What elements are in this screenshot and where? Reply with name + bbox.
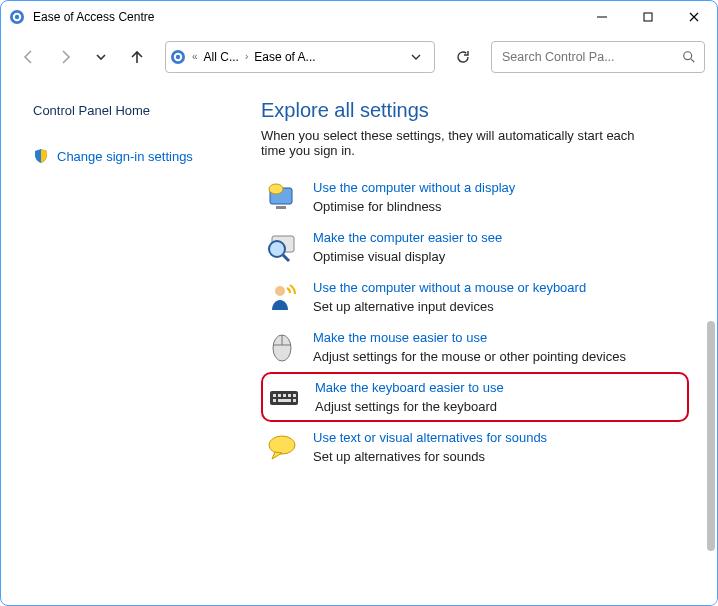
sidebar-link-signin[interactable]: Change sign-in settings	[33, 144, 247, 168]
svg-rect-23	[293, 399, 296, 402]
sidebar-item-label: Change sign-in settings	[57, 149, 193, 164]
svg-point-12	[269, 241, 285, 257]
option-link[interactable]: Use the computer without a display	[313, 180, 685, 195]
svg-rect-9	[276, 206, 286, 209]
option-desc: Set up alternatives for sounds	[313, 449, 685, 464]
search-input[interactable]	[500, 49, 674, 65]
option-sound-alternatives: Use text or visual alternatives for soun…	[261, 422, 689, 472]
up-button[interactable]	[121, 41, 153, 73]
sidebar: Control Panel Home Change sign-in settin…	[1, 81, 261, 605]
svg-rect-22	[278, 399, 291, 402]
magnifier-monitor-icon	[265, 230, 299, 264]
sidebar-link-home[interactable]: Control Panel Home	[33, 99, 247, 122]
recent-locations-button[interactable]	[85, 41, 117, 73]
shield-icon	[33, 148, 49, 164]
svg-point-7	[684, 51, 692, 59]
maximize-button[interactable]	[625, 1, 671, 33]
option-desc: Adjust settings for the keyboard	[315, 399, 681, 414]
option-link[interactable]: Make the keyboard easier to use	[315, 380, 681, 395]
option-desc: Set up alternative input devices	[313, 299, 685, 314]
address-bar-icon	[170, 49, 186, 65]
address-dropdown-button[interactable]	[402, 42, 430, 72]
option-link[interactable]: Make the mouse easier to use	[313, 330, 685, 345]
speech-bubble-icon	[265, 430, 299, 464]
option-keyboard-easier: Make the keyboard easier to use Adjust s…	[261, 372, 689, 422]
svg-rect-20	[293, 394, 296, 397]
refresh-button[interactable]	[447, 41, 479, 73]
svg-rect-19	[288, 394, 291, 397]
svg-point-13	[275, 286, 285, 296]
forward-button[interactable]	[49, 41, 81, 73]
option-desc: Optimise visual display	[313, 249, 685, 264]
svg-rect-3	[644, 13, 652, 21]
option-no-display: Use the computer without a display Optim…	[261, 172, 689, 222]
person-speaking-icon	[265, 280, 299, 314]
main-area: Control Panel Home Change sign-in settin…	[1, 81, 717, 605]
breadcrumb-chevron-icon: «	[192, 51, 198, 62]
option-easier-see: Make the computer easier to see Optimise…	[261, 222, 689, 272]
svg-point-10	[269, 184, 283, 194]
vertical-scrollbar[interactable]	[701, 81, 717, 605]
svg-point-24	[269, 436, 295, 454]
breadcrumb-chevron-icon: ›	[245, 51, 248, 62]
scrollbar-thumb[interactable]	[707, 321, 715, 551]
search-box[interactable]	[491, 41, 705, 73]
option-no-mouse-keyboard: Use the computer without a mouse or keyb…	[261, 272, 689, 322]
option-mouse-easier: Make the mouse easier to use Adjust sett…	[261, 322, 689, 372]
page-subtitle: When you select these settings, they wil…	[261, 128, 641, 158]
svg-rect-16	[273, 394, 276, 397]
keyboard-icon	[267, 380, 301, 414]
monitor-speech-icon	[265, 180, 299, 214]
sidebar-item-label: Control Panel Home	[33, 103, 150, 118]
option-link[interactable]: Make the computer easier to see	[313, 230, 685, 245]
svg-point-2	[15, 15, 19, 19]
option-desc: Adjust settings for the mouse or other p…	[313, 349, 685, 364]
search-icon	[682, 50, 696, 64]
toolbar: « All C... › Ease of A...	[1, 33, 717, 81]
address-bar[interactable]: « All C... › Ease of A...	[165, 41, 435, 73]
back-button[interactable]	[13, 41, 45, 73]
breadcrumb-item[interactable]: All C...	[204, 50, 239, 64]
minimize-button[interactable]	[579, 1, 625, 33]
page-title: Explore all settings	[261, 99, 689, 122]
option-desc: Optimise for blindness	[313, 199, 685, 214]
breadcrumb-item[interactable]: Ease of A...	[254, 50, 315, 64]
window-title: Ease of Access Centre	[33, 10, 154, 24]
svg-rect-17	[278, 394, 281, 397]
svg-rect-15	[270, 391, 298, 405]
svg-point-6	[176, 54, 180, 58]
option-link[interactable]: Use text or visual alternatives for soun…	[313, 430, 685, 445]
title-bar: Ease of Access Centre	[1, 1, 717, 33]
close-button[interactable]	[671, 1, 717, 33]
app-icon	[9, 9, 25, 25]
content: Explore all settings When you select the…	[261, 81, 717, 605]
svg-rect-18	[283, 394, 286, 397]
svg-rect-21	[273, 399, 276, 402]
option-link[interactable]: Use the computer without a mouse or keyb…	[313, 280, 685, 295]
mouse-icon	[265, 330, 299, 364]
